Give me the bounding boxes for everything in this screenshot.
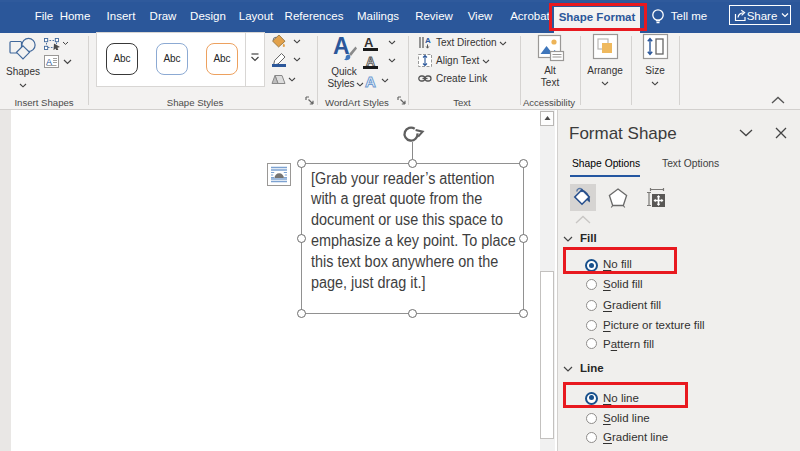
svg-text:A: A [46, 57, 52, 67]
svg-text:A: A [365, 73, 376, 89]
svg-text:A: A [425, 36, 431, 45]
